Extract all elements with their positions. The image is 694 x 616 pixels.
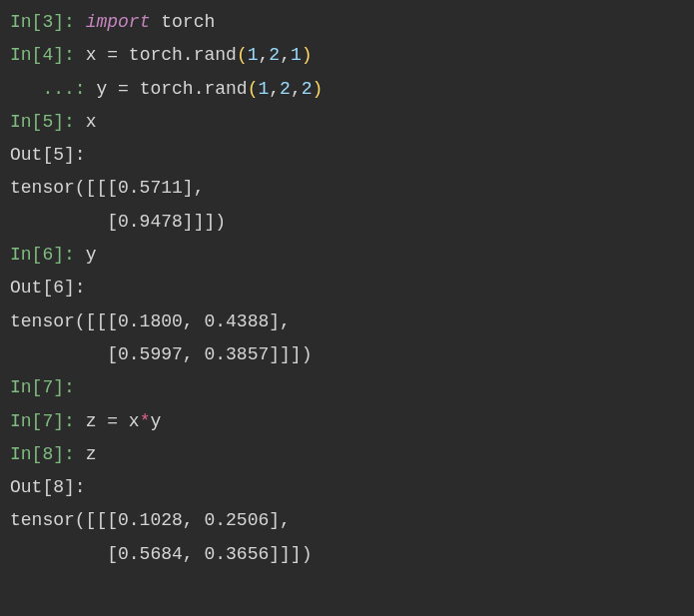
var-z: z: [86, 411, 108, 431]
code-line-15: Out[8]:: [10, 471, 684, 504]
op-eq: =: [107, 411, 118, 431]
num: 2: [302, 79, 313, 99]
num: 1: [291, 45, 302, 65]
code-line-11: [0.5997, 0.3857]]]): [10, 338, 684, 371]
prompt-in: In[7]:: [10, 377, 75, 397]
comma: ,: [291, 79, 302, 99]
keyword-import: import: [86, 12, 151, 32]
space: [150, 12, 161, 32]
var-y: y: [150, 411, 161, 431]
var-y: y: [96, 79, 118, 99]
code-line-7: [0.9478]]]): [10, 206, 684, 239]
prompt-in: In[6]:: [10, 245, 86, 265]
paren-close: ): [302, 45, 313, 65]
code-line-13: In[7]: z = x*y: [10, 405, 684, 438]
func-rand: torch.rand: [129, 79, 248, 99]
num: 1: [248, 45, 259, 65]
prompt-in: In[5]:: [10, 112, 86, 132]
code-line-12: In[7]:: [10, 371, 684, 404]
module-torch: torch: [161, 12, 215, 32]
code-line-2: In[4]: x = torch.rand(1,2,1): [10, 39, 684, 72]
code-line-6: tensor([[[0.5711],: [10, 172, 684, 205]
comma: ,: [280, 45, 291, 65]
prompt-out: Out[6]:: [10, 278, 86, 298]
paren-open: (: [237, 45, 248, 65]
code-line-14: In[8]: z: [10, 438, 684, 471]
code-line-17: [0.5684, 0.3656]]]): [10, 538, 684, 571]
prompt-in: In[4]:: [10, 45, 86, 65]
code-line-3: ...: y = torch.rand(1,2,2): [10, 73, 684, 106]
var-x: x: [86, 45, 108, 65]
var-x: x: [86, 112, 97, 132]
code-block: In[3]: import torch In[4]: x = torch.ran…: [10, 6, 684, 571]
tensor-output: tensor([[[0.1028, 0.2506],: [10, 510, 291, 530]
tensor-output: tensor([[[0.1800, 0.4388],: [10, 311, 291, 331]
comma: ,: [269, 79, 280, 99]
paren-close: ): [313, 79, 324, 99]
code-line-5: Out[5]:: [10, 139, 684, 172]
var-z: z: [86, 444, 97, 464]
var-x: x: [118, 411, 140, 431]
code-line-10: tensor([[[0.1800, 0.4388],: [10, 306, 684, 338]
num: 2: [269, 45, 280, 65]
op-star: *: [140, 411, 151, 431]
comma: ,: [259, 45, 270, 65]
prompt-out: Out[8]:: [10, 477, 86, 497]
num: 2: [280, 79, 291, 99]
tensor-output: [0.9478]]]): [10, 212, 226, 232]
tensor-output: [0.5684, 0.3656]]]): [10, 544, 312, 564]
var-y: y: [86, 245, 97, 265]
code-line-16: tensor([[[0.1028, 0.2506],: [10, 504, 684, 537]
code-line-4: In[5]: x: [10, 106, 684, 139]
op-eq: =: [118, 79, 129, 99]
prompt-in: In[3]:: [10, 12, 86, 32]
code-line-9: Out[6]:: [10, 272, 684, 305]
tensor-output: [0.5997, 0.3857]]]): [10, 344, 312, 364]
op-eq: =: [107, 45, 118, 65]
paren-open: (: [248, 79, 259, 99]
code-line-1: In[3]: import torch: [10, 6, 684, 39]
code-line-8: In[6]: y: [10, 239, 684, 272]
tensor-output: tensor([[[0.5711],: [10, 178, 204, 198]
prompt-in: In[7]:: [10, 411, 86, 431]
num: 1: [258, 79, 269, 99]
prompt-out: Out[5]:: [10, 145, 86, 165]
func-rand: torch.rand: [118, 45, 237, 65]
prompt-cont: ...:: [10, 79, 96, 99]
prompt-in: In[8]:: [10, 444, 86, 464]
